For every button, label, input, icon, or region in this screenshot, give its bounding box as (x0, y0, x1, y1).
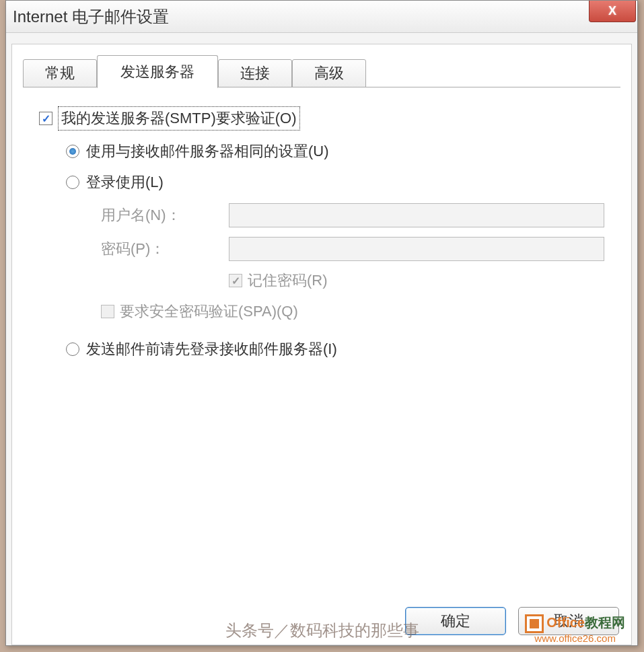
remember-password-label: 记住密码(R) (248, 270, 328, 291)
remember-password-row: 记住密码(R) (229, 270, 604, 291)
dialog-window: Internet 电子邮件设置 X 常规 发送服务器 连接 高级 我的发送服务器… (5, 0, 638, 646)
require-spa-label: 要求安全密码验证(SPA)(Q) (120, 301, 298, 322)
login-using-row: 登录使用(L) (66, 172, 604, 192)
tab-content: 我的发送服务器(SMTP)要求验证(O) 使用与接收邮件服务器相同的设置(U) … (12, 87, 631, 384)
tab-connection-label: 连接 (240, 63, 270, 83)
password-input[interactable] (229, 237, 604, 261)
login-before-send-row: 发送邮件前请先登录接收邮件服务器(I) (66, 339, 604, 359)
username-label: 用户名(N)： (101, 205, 229, 225)
ok-button-label: 确定 (441, 611, 470, 631)
tab-connection[interactable]: 连接 (218, 59, 292, 87)
tab-advanced[interactable]: 高级 (292, 59, 366, 87)
close-icon: X (608, 4, 616, 18)
password-label: 密码(P)： (101, 239, 229, 259)
titlebar: Internet 电子邮件设置 X (6, 1, 637, 33)
login-before-send-radio[interactable] (66, 342, 79, 356)
require-spa-row: 要求安全密码验证(SPA)(Q) (101, 301, 604, 322)
login-before-send-label: 发送邮件前请先登录接收邮件服务器(I) (86, 339, 337, 359)
use-same-label: 使用与接收邮件服务器相同的设置(U) (86, 141, 329, 161)
dialog-body-bg: 常规 发送服务器 连接 高级 我的发送服务器(SMTP)要求验证(O) 使用与接… (6, 33, 637, 645)
use-same-radio[interactable] (66, 145, 79, 158)
dialog-inner: 常规 发送服务器 连接 高级 我的发送服务器(SMTP)要求验证(O) 使用与接… (11, 44, 632, 645)
remember-password-checkbox (229, 274, 242, 287)
tab-outgoing-server[interactable]: 发送服务器 (97, 55, 218, 88)
tab-outgoing-label: 发送服务器 (120, 62, 194, 82)
smtp-auth-checkbox[interactable] (39, 112, 52, 125)
login-using-radio[interactable] (66, 176, 79, 189)
window-title: Internet 电子邮件设置 (13, 6, 169, 28)
ok-button[interactable]: 确定 (405, 607, 506, 635)
close-button[interactable]: X (589, 1, 636, 22)
username-row: 用户名(N)： (101, 203, 604, 227)
tab-general-label: 常规 (45, 63, 75, 83)
tab-general[interactable]: 常规 (23, 59, 97, 87)
smtp-auth-row: 我的发送服务器(SMTP)要求验证(O) (39, 106, 604, 131)
username-input[interactable] (229, 203, 604, 227)
password-row: 密码(P)： (101, 237, 604, 261)
require-spa-checkbox (101, 305, 114, 318)
cancel-button[interactable]: 取消 (518, 607, 619, 635)
use-same-row: 使用与接收邮件服务器相同的设置(U) (66, 141, 604, 161)
tab-strip: 常规 发送服务器 连接 高级 (23, 55, 620, 87)
smtp-auth-label: 我的发送服务器(SMTP)要求验证(O) (58, 106, 300, 131)
dialog-footer: 确定 取消 (405, 607, 619, 635)
login-using-label: 登录使用(L) (86, 172, 164, 192)
cancel-button-label: 取消 (554, 611, 583, 631)
tab-advanced-label: 高级 (314, 63, 344, 83)
